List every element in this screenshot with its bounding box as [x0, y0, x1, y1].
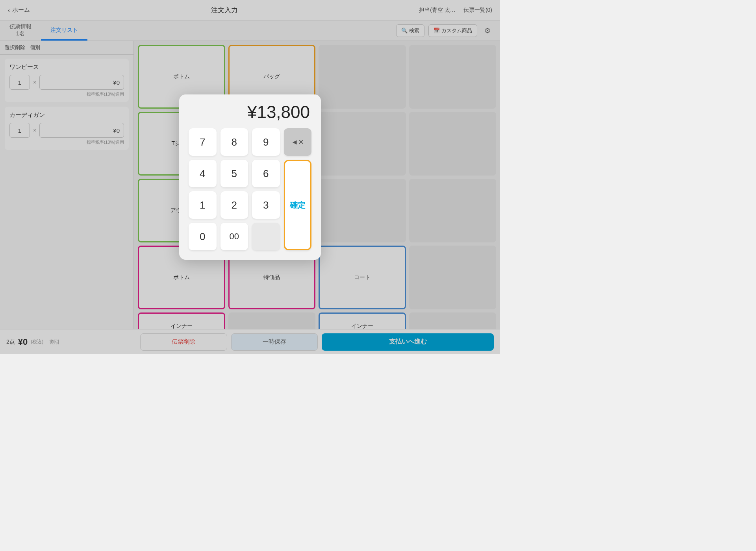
- numpad-1[interactable]: 1: [189, 191, 217, 219]
- numpad-confirm[interactable]: 確定: [284, 160, 312, 250]
- numpad-empty: [252, 223, 280, 250]
- numpad-6[interactable]: 6: [252, 160, 280, 187]
- numpad-8[interactable]: 8: [220, 128, 248, 156]
- numpad-5[interactable]: 5: [220, 160, 248, 187]
- numpad-7[interactable]: 7: [189, 128, 217, 156]
- numpad-0[interactable]: 0: [189, 223, 217, 250]
- numpad-4[interactable]: 4: [189, 160, 217, 187]
- numpad-00[interactable]: 00: [220, 223, 248, 250]
- numpad-grid: 7 8 9 ◄✕ 4 5 6 確定 1 2 3 0 00: [189, 128, 311, 250]
- numpad-backspace[interactable]: ◄✕: [284, 128, 312, 156]
- numpad-9[interactable]: 9: [252, 128, 280, 156]
- numpad-overlay: ¥13,800 7 8 9 ◄✕ 4 5 6 確定 1 2 3 0 00: [0, 0, 500, 354]
- numpad-3[interactable]: 3: [252, 191, 280, 219]
- numpad-2[interactable]: 2: [220, 191, 248, 219]
- numpad-display: ¥13,800: [189, 102, 311, 122]
- numpad: ¥13,800 7 8 9 ◄✕ 4 5 6 確定 1 2 3 0 00: [179, 94, 321, 260]
